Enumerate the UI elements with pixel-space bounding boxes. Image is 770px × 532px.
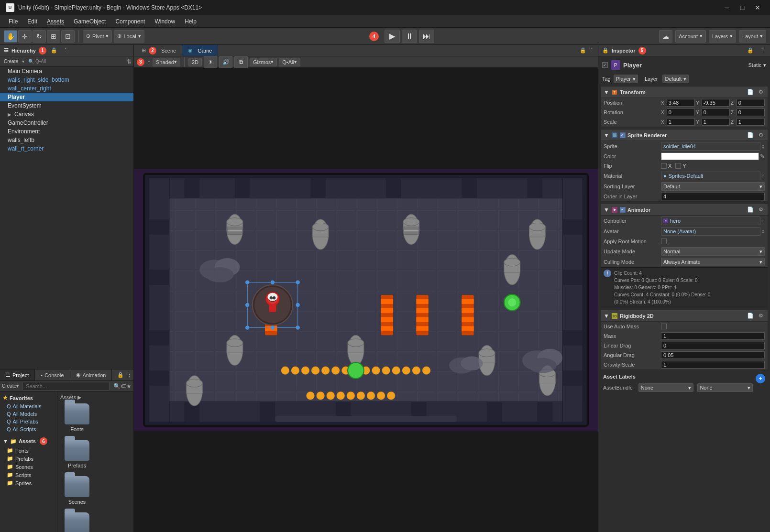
gravity-scale-value-field[interactable]: 1 [661,361,765,369]
sidebar-item-all-models[interactable]: Q All Models [0,410,57,418]
sprite-renderer-gear-icon[interactable]: ⚙ [757,131,765,139]
title-bar-controls[interactable]: ─ □ ✕ [720,3,764,12]
sidebar-folder-scripts[interactable]: 📁 Scripts [0,471,57,479]
hierarchy-sort-icon[interactable]: ⇅ [127,58,132,65]
sprite-renderer-toggle[interactable]: ✓ [620,132,626,138]
layer-dropdown[interactable]: Default ▾ [662,75,689,83]
inspector-lock-icon[interactable]: 🔒 [746,47,755,54]
hierarchy-item[interactable]: walls_leftb [0,136,133,144]
position-y-input[interactable] [702,99,730,107]
sprite-value-field[interactable]: soldier_idle04 [661,142,760,151]
sidebar-folder-prefabs[interactable]: 📁 Prefabs [0,455,57,463]
light-toggle[interactable]: ☀ [204,56,217,68]
hierarchy-item[interactable]: ▶ Canvas [0,110,133,119]
linear-drag-value-field[interactable]: 0 [661,342,765,349]
scale-x-input[interactable] [667,118,695,126]
rigidbody2d-gear-icon[interactable]: ⚙ [757,312,765,319]
pivot-dropdown[interactable]: ⊙ Pivot ▾ [83,30,112,43]
layers-dropdown[interactable]: Layers ▾ [709,30,736,43]
menu-file[interactable]: File [4,17,22,26]
hierarchy-item[interactable]: GameController [0,119,133,127]
project-lock-icon[interactable]: 🔒 [116,371,125,379]
animator-page-icon[interactable]: 📄 [746,206,755,213]
label-icon[interactable]: 🏷 [121,383,126,390]
scale-y-input[interactable] [702,118,730,126]
object-active-checkbox[interactable] [602,62,608,68]
view-lock-icon[interactable]: 🔒 [578,47,588,54]
maximize-button[interactable]: □ [736,3,749,12]
menu-assets[interactable]: Assets [42,17,69,26]
color-edit-icon[interactable]: ✎ [760,153,765,160]
update-mode-dropdown[interactable]: Normal ▾ [661,247,765,256]
close-button[interactable]: ✕ [751,3,764,12]
rotation-z-input[interactable] [737,109,765,116]
hierarchy-create-btn[interactable]: Create [2,58,20,65]
local-dropdown[interactable]: ⊕ Local ▾ [114,30,144,43]
animator-header[interactable]: ▼ ✓ Animator 📄 ⚙ [601,204,768,216]
avatar-value-field[interactable]: None (Avatar) [661,227,760,236]
tab-game[interactable]: ◉ Game [182,45,218,56]
sprite-ref-circle-icon[interactable]: ○ [761,143,765,150]
flip-y-checkbox[interactable] [675,163,681,169]
tag-dropdown[interactable]: Player ▾ [614,75,638,83]
menu-help[interactable]: Help [180,17,201,26]
asset-bundle-dropdown1[interactable]: None ▾ [638,383,694,392]
controller-ref-circle-icon[interactable]: ○ [761,217,765,224]
mass-value-field[interactable]: 1 [661,332,765,340]
pause-button[interactable]: ⏸ [402,30,417,43]
scale-tool[interactable]: ⊞ [47,30,60,43]
gizmos-dropdown[interactable]: Gizmos ▾ [250,58,277,66]
view-options-icon[interactable]: ⋮ [588,47,596,54]
animator-toggle[interactable]: ✓ [620,207,626,213]
transform-header[interactable]: ▼ T Transform 📄 ⚙ [601,87,768,98]
material-ref-circle-icon[interactable]: ○ [761,173,765,179]
sidebar-folder-fonts[interactable]: 📁 Fonts [0,446,57,455]
sprite-renderer-page-icon[interactable]: 📄 [746,131,755,139]
minimize-button[interactable]: ─ [720,3,734,12]
sidebar-item-all-materials[interactable]: Q All Materials [0,402,57,410]
rigidbody2d-page-icon[interactable]: 📄 [746,312,755,319]
account-dropdown[interactable]: Account ▾ [675,30,706,43]
rotation-y-input[interactable] [702,109,730,116]
project-folder-fonts[interactable]: Fonts [60,403,94,432]
hand-tool[interactable]: ✋ [4,30,17,43]
animator-gear-icon[interactable]: ⚙ [757,206,765,213]
cloud-button[interactable]: ☁ [659,30,672,43]
apply-root-motion-checkbox[interactable] [661,239,667,244]
sidebar-folder-scenes[interactable]: 📁 Scenes [0,463,57,471]
menu-edit[interactable]: Edit [22,17,42,26]
hierarchy-item[interactable]: EventSystem [0,101,133,110]
asset-labels-add-icon[interactable]: + [756,374,765,383]
culling-mode-dropdown[interactable]: Always Animate ▾ [661,258,765,266]
sidebar-item-all-scripts[interactable]: Q All Scripts [0,425,57,433]
hierarchy-item[interactable]: wall_center_right [0,84,133,93]
hierarchy-item[interactable]: walls_right_side_bottom [0,76,133,84]
avatar-ref-circle-icon[interactable]: ○ [761,228,765,235]
rect-tool[interactable]: ⊡ [61,30,75,43]
star-icon[interactable]: ★ [126,383,132,390]
inspector-options-icon[interactable]: ⋮ [758,47,766,54]
layout-dropdown[interactable]: Layout ▾ [739,30,766,43]
scale-z-input[interactable] [737,118,765,126]
transform-page-icon[interactable]: 📄 [746,88,755,96]
menu-gameobject[interactable]: GameObject [69,17,110,26]
controller-value-field[interactable]: c hero [661,217,760,225]
transform-gear-icon[interactable]: ⚙ [757,88,765,96]
filter-dropdown[interactable]: Q•All ▾ [279,58,300,66]
hierarchy-lock-icon[interactable]: 🔒 [49,47,59,54]
effects-toggle[interactable]: ⧉ [234,56,248,68]
project-search-input[interactable] [22,382,110,391]
flip-x-checkbox[interactable] [661,163,667,169]
sorting-layer-dropdown[interactable]: Default ▾ [661,182,765,191]
project-options-icon[interactable]: ⋮ [125,371,133,379]
tab-console[interactable]: ▪ Console [35,369,70,380]
rotation-x-input[interactable] [667,109,695,116]
hierarchy-options-icon[interactable]: ⋮ [62,47,70,54]
step-button[interactable]: ⏭ [419,30,434,43]
menu-component[interactable]: Component [110,17,150,26]
audio-toggle[interactable]: 🔊 [219,56,232,68]
project-folder-scenes[interactable]: Scenes [60,476,94,505]
hierarchy-item[interactable]: Main Camera [0,67,133,76]
color-swatch[interactable] [661,152,759,160]
hierarchy-item[interactable]: Environment [0,127,133,136]
